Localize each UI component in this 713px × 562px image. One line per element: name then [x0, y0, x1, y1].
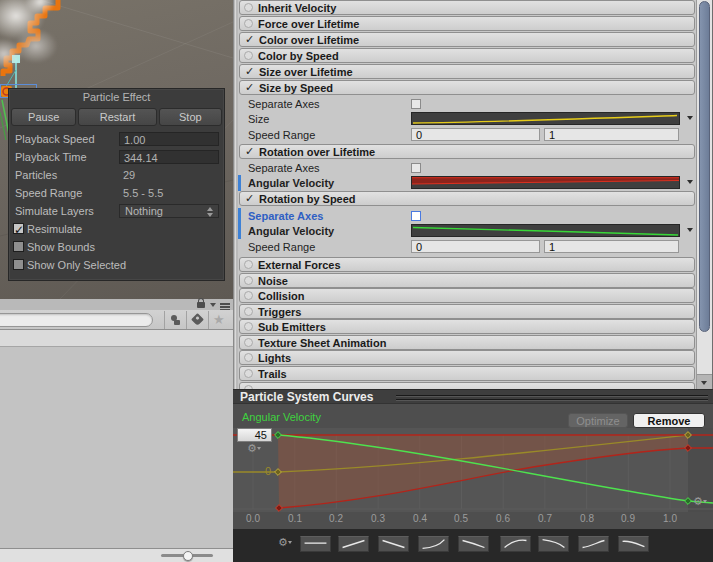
playback-time-field[interactable]: 344.14 [119, 150, 219, 164]
check-icon[interactable]: ✓ [244, 65, 255, 78]
chevron-down-icon[interactable] [210, 303, 216, 307]
inspector-scrollbar[interactable] [696, 0, 713, 389]
curve-dropdown-icon[interactable] [687, 180, 693, 184]
arrow-down-icon [701, 381, 707, 385]
splitter-grip[interactable] [396, 395, 708, 400]
module-external-forces[interactable]: External Forces [239, 257, 695, 272]
module-rotation-over-lifetime[interactable]: ✓Rotation over Lifetime [239, 144, 695, 159]
preset-s-curve-up[interactable] [578, 536, 609, 552]
zoom-slider[interactable] [183, 551, 193, 561]
separate-axes-checkbox[interactable] [411, 211, 421, 221]
scrollbar-thumb[interactable] [699, 1, 710, 332]
separate-axes-checkbox[interactable] [411, 163, 421, 173]
module-lights[interactable]: Lights [239, 350, 695, 365]
y-max-value-field[interactable]: 45 [237, 428, 272, 442]
check-icon[interactable]: ✓ [244, 145, 255, 158]
speed-range-row: Speed Range 0 1 [239, 127, 695, 143]
search-by-label-button[interactable] [186, 311, 208, 329]
search-by-type-button[interactable] [164, 311, 186, 329]
show-bounds-checkbox[interactable] [13, 241, 24, 252]
speed-range-row: Speed Range 5.5 - 5.5 [9, 184, 224, 202]
module-toggle[interactable] [244, 369, 253, 378]
favorites-button[interactable]: ★ [208, 311, 230, 329]
gear-icon[interactable]: ⚙ [247, 443, 261, 454]
module-toggle[interactable] [244, 307, 253, 316]
gear-icon[interactable]: ⚙ [693, 496, 707, 507]
simulate-layers-dropdown[interactable]: Nothing [119, 204, 219, 218]
particle-effect-title: Particle Effect [9, 89, 224, 105]
simulate-layers-value: Nothing [125, 205, 163, 217]
module-toggle[interactable] [244, 291, 253, 300]
search-input[interactable] [0, 313, 153, 327]
module-rotation-by-speed[interactable]: ✓Rotation by Speed [239, 191, 695, 206]
scrollbar-down-button[interactable] [697, 374, 712, 389]
project-content-area[interactable] [0, 347, 233, 547]
speed-range-max-field[interactable]: 1 [544, 128, 679, 141]
module-size-by-speed[interactable]: ✓Size by Speed [239, 80, 695, 95]
particle-system-inspector: Inherit Velocity Force over Lifetime ✓Co… [238, 0, 713, 389]
lock-icon[interactable] [197, 302, 205, 308]
check-icon[interactable]: ✓ [244, 192, 255, 205]
check-icon[interactable]: ✓ [244, 81, 255, 94]
x-tick: 0.2 [321, 513, 351, 524]
curve-dropdown-icon[interactable] [687, 228, 693, 232]
module-toggle[interactable] [244, 276, 253, 285]
menu-icon[interactable] [220, 303, 230, 305]
preset-linear-up[interactable] [338, 536, 369, 552]
angular-velocity-row: Angular Velocity [239, 175, 695, 191]
resimulate-checkbox[interactable]: ✓ [13, 223, 24, 234]
preset-ease-in-down[interactable] [458, 536, 489, 552]
module-collision[interactable]: Collision [239, 288, 695, 303]
optimize-button[interactable]: Optimize [568, 413, 628, 428]
gear-icon[interactable]: ⚙ [278, 537, 292, 548]
module-noise[interactable]: Noise [239, 273, 695, 288]
playback-speed-field[interactable]: 1.00 [119, 132, 219, 146]
module-toggle[interactable] [244, 3, 253, 12]
curve-dropdown-icon[interactable] [687, 116, 693, 120]
size-label: Size [239, 113, 269, 125]
separate-axes-checkbox[interactable] [411, 99, 421, 109]
separate-axes-label: Separate Axes [239, 98, 320, 110]
module-triggers[interactable]: Triggers [239, 304, 695, 319]
preset-linear-down[interactable] [378, 536, 409, 552]
curves-panel-header[interactable]: Particle System Curves [233, 389, 713, 404]
module-partial[interactable] [239, 382, 695, 389]
angular-velocity-curve-field[interactable] [411, 224, 680, 237]
module-size-over-lifetime[interactable]: ✓Size over Lifetime [239, 64, 695, 79]
remove-button[interactable]: Remove [633, 413, 705, 428]
stop-button[interactable]: Stop [159, 108, 222, 126]
preset-ease-in-up[interactable] [418, 536, 449, 552]
module-force-over-lifetime[interactable]: Force over Lifetime [239, 16, 695, 31]
curve-editor-graph[interactable] [233, 428, 713, 512]
preset-s-curve-down[interactable] [618, 536, 649, 552]
show-only-selected-row: Show Only Selected [9, 256, 224, 274]
module-toggle[interactable] [244, 19, 253, 28]
show-only-selected-checkbox[interactable] [13, 259, 24, 270]
module-inherit-velocity[interactable]: Inherit Velocity [239, 0, 695, 15]
restart-button[interactable]: Restart [78, 108, 156, 126]
speed-range-min-field[interactable]: 0 [411, 128, 540, 141]
project-status-bar [0, 548, 233, 562]
size-curve-field[interactable] [411, 112, 680, 125]
pause-button[interactable]: Pause [11, 108, 76, 126]
module-toggle[interactable] [244, 338, 253, 347]
speed-range-label: Speed Range [239, 241, 315, 253]
speed-range-max-field[interactable]: 1 [544, 240, 679, 253]
angular-velocity-curve-field[interactable] [411, 176, 680, 189]
module-toggle[interactable] [244, 51, 253, 60]
module-texture-sheet-animation[interactable]: Texture Sheet Animation [239, 335, 695, 350]
separate-axes-label: Separate Axes [239, 162, 320, 174]
module-toggle[interactable] [244, 322, 253, 331]
preset-ease-out-up[interactable] [500, 536, 531, 552]
check-icon[interactable]: ✓ [244, 33, 255, 46]
module-color-by-speed[interactable]: Color by Speed [239, 48, 695, 63]
module-color-over-lifetime[interactable]: ✓Color over Lifetime [239, 32, 695, 47]
preset-constant[interactable] [300, 536, 331, 552]
module-sub-emitters[interactable]: Sub Emitters [239, 319, 695, 334]
module-toggle[interactable] [244, 353, 253, 362]
scene-view[interactable]: Particle Effect Pause Restart Stop Playb… [0, 0, 233, 299]
preset-ease-out-down[interactable] [538, 536, 569, 552]
speed-range-min-field[interactable]: 0 [411, 240, 540, 253]
module-toggle[interactable] [244, 260, 253, 269]
module-trails[interactable]: Trails [239, 366, 695, 381]
